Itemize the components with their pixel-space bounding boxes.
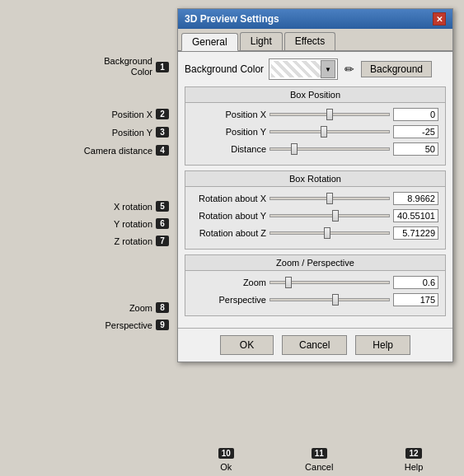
tab-bar: General Light Effects: [178, 29, 452, 52]
tab-general[interactable]: General: [181, 33, 238, 51]
perspective-thumb[interactable]: [332, 294, 339, 306]
rotation-y-label: Rotation about Y: [192, 211, 266, 221]
rotation-y-thumb[interactable]: [332, 210, 339, 222]
dialog-window: 3D Preview Settings ✕ General Light Effe…: [177, 8, 453, 362]
bottom-annotations: 10 Ok 11 Cancel 12 Help: [183, 448, 459, 472]
box-position-section: Box Position Position X: [185, 86, 446, 166]
bottom-annotation-help: 12 Help: [405, 448, 424, 472]
rotation-x-label: Rotation about X: [192, 194, 266, 203]
help-button[interactable]: Help: [355, 335, 410, 355]
label-num-12: 12: [405, 448, 421, 459]
rotation-z-value[interactable]: [393, 226, 438, 240]
rotation-x-thumb[interactable]: [326, 193, 333, 204]
annotation-2: Position X 2: [111, 109, 169, 119]
distance-thumb[interactable]: [291, 143, 298, 155]
annotation-9: Perspective 9: [105, 320, 169, 330]
annotation-1: BackgroundColor 1: [104, 56, 169, 77]
bottom-cancel-label: Cancel: [305, 462, 333, 472]
position-y-slider[interactable]: [269, 125, 390, 138]
annotation-6: Y rotation 6: [114, 218, 169, 229]
position-y-label: Position Y: [192, 127, 266, 137]
rotation-z-thumb[interactable]: [324, 227, 330, 239]
label-num-3: 3: [156, 127, 169, 138]
distance-slider[interactable]: [269, 142, 390, 156]
annotation-8: Zoom 8: [129, 302, 169, 313]
rotation-y-track: [269, 214, 390, 217]
box-position-title: Box Position: [185, 87, 445, 103]
distance-value[interactable]: [393, 142, 438, 156]
tab-effects[interactable]: Effects: [284, 32, 335, 50]
position-x-thumb[interactable]: [326, 109, 333, 120]
distance-track: [269, 147, 390, 151]
position-x-row: Position X: [192, 108, 438, 121]
bottom-annotation-ok: 10 Ok: [218, 448, 234, 472]
position-y-row: Position Y: [192, 125, 438, 138]
perspective-label: Perspective: [192, 295, 266, 305]
box-position-content: Position X Position Y: [185, 103, 445, 165]
rotation-z-row: Rotation about Z: [192, 226, 438, 240]
rotation-y-slider[interactable]: [269, 209, 390, 222]
zoom-value[interactable]: [393, 276, 438, 289]
position-y-thumb[interactable]: [321, 126, 327, 138]
position-x-track: [269, 113, 390, 116]
bottom-ok-label: Ok: [220, 462, 232, 472]
label-num-11: 11: [312, 448, 327, 459]
rotation-z-label: Rotation about Z: [192, 228, 266, 238]
perspective-track: [269, 298, 390, 301]
label-num-1: 1: [156, 62, 169, 72]
zoom-slider[interactable]: [269, 276, 390, 289]
annotation-4: Camera distance 4: [84, 145, 169, 156]
perspective-value[interactable]: [393, 293, 438, 306]
annotation-3: Position Y 3: [112, 127, 169, 138]
label-num-8: 8: [156, 302, 169, 313]
label-num-4: 4: [156, 145, 169, 156]
close-button[interactable]: ✕: [433, 12, 446, 26]
tab-light[interactable]: Light: [240, 32, 283, 50]
label-num-5: 5: [156, 201, 169, 212]
perspective-slider[interactable]: [269, 293, 390, 306]
ok-button[interactable]: OK: [220, 335, 274, 355]
rotation-x-row: Rotation about X: [192, 192, 438, 205]
color-picker-box[interactable]: ▼: [269, 58, 338, 80]
zoom-label: Zoom: [192, 278, 266, 287]
label-num-7: 7: [156, 236, 169, 246]
bg-color-label: Background Color: [185, 63, 264, 75]
rotation-y-value[interactable]: [393, 209, 438, 222]
zoom-perspective-content: Zoom Perspective: [185, 271, 445, 315]
distance-row: Distance: [192, 142, 438, 156]
zoom-perspective-section: Zoom / Perspective Zoom: [185, 254, 446, 316]
box-rotation-title: Box Rotation: [185, 171, 445, 187]
perspective-row: Perspective: [192, 293, 438, 306]
position-x-value[interactable]: [393, 108, 438, 121]
position-x-label: Position X: [192, 110, 266, 119]
position-y-value[interactable]: [393, 125, 438, 138]
rotation-z-slider[interactable]: [269, 226, 390, 240]
distance-label: Distance: [192, 144, 266, 154]
rotation-z-track: [269, 231, 390, 235]
color-dropdown-arrow[interactable]: ▼: [321, 60, 335, 78]
label-num-2: 2: [156, 109, 169, 119]
dialog-title: 3D Preview Settings: [185, 13, 279, 25]
zoom-row: Zoom: [192, 276, 438, 289]
bottom-help-label: Help: [405, 462, 424, 472]
position-y-track: [269, 130, 390, 133]
background-button[interactable]: Background: [361, 61, 432, 77]
rotation-y-row: Rotation about Y: [192, 209, 438, 222]
position-x-slider[interactable]: [269, 108, 390, 121]
annotation-7: Z rotation 7: [115, 236, 169, 246]
label-num-10: 10: [218, 448, 234, 459]
rotation-x-slider[interactable]: [269, 192, 390, 205]
dialog-footer: OK Cancel Help: [178, 328, 452, 362]
zoom-thumb[interactable]: [285, 277, 292, 288]
box-rotation-section: Box Rotation Rotation about X: [185, 170, 446, 250]
color-swatch: [271, 61, 321, 77]
label-num-9: 9: [156, 320, 169, 330]
eyedropper-button[interactable]: ✏: [343, 63, 356, 76]
bottom-annotation-cancel: 11 Cancel: [305, 448, 333, 472]
cancel-button[interactable]: Cancel: [282, 335, 347, 355]
dialog-body: Background Color ▼ ✏ Background Box Posi…: [178, 52, 452, 328]
background-color-row: Background Color ▼ ✏ Background: [185, 58, 446, 80]
title-bar: 3D Preview Settings ✕: [178, 9, 452, 29]
zoom-perspective-title: Zoom / Perspective: [185, 255, 445, 271]
rotation-x-value[interactable]: [393, 192, 438, 205]
